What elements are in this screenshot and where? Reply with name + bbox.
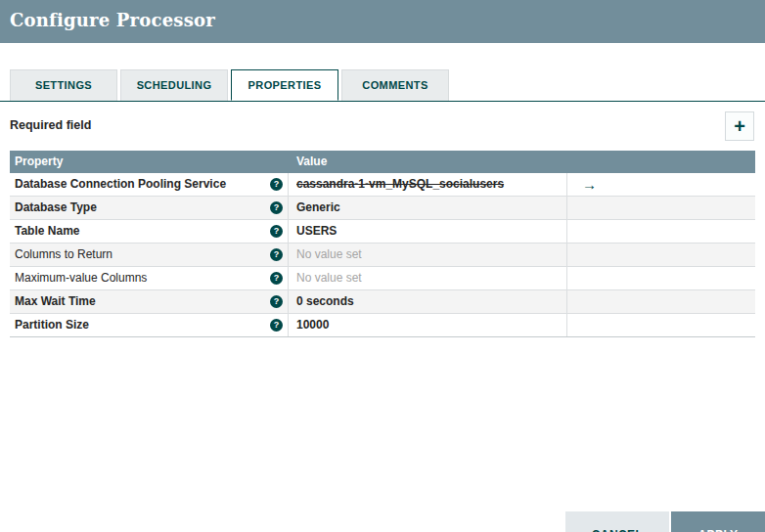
property-name: Database Connection Pooling Service [15,173,226,196]
column-header-property: Property [10,151,289,173]
add-property-button[interactable]: + [725,111,754,141]
plus-icon: + [726,113,753,140]
table-row: Maximum-value Columns?No value set [10,267,755,290]
property-name-cell: Database Connection Pooling Service? [10,173,289,196]
help-icon[interactable]: ? [270,201,283,214]
properties-table: Property Value Database Connection Pooli… [10,151,755,337]
help-icon[interactable]: ? [270,225,283,238]
table-row: Partition Size?10000 [10,314,755,337]
help-icon[interactable]: ? [270,178,283,191]
property-value[interactable]: cassandra-1-vm_MySQL_socialusers [289,173,567,196]
property-value[interactable]: Generic [289,197,567,219]
property-name: Max Wait Time [15,290,96,313]
column-header-value: Value [289,151,567,173]
property-name-cell: Max Wait Time? [10,290,289,313]
go-to-service-arrow-icon[interactable]: → [582,176,597,193]
help-icon[interactable]: ? [270,295,283,308]
apply-button[interactable]: APPLY [671,511,765,532]
property-value[interactable]: 0 seconds [289,290,567,313]
property-name-cell: Partition Size? [10,314,289,336]
property-name: Columns to Return [15,244,112,266]
row-action-cell [567,244,755,266]
table-header: Property Value [10,151,755,173]
tab-bar: SETTINGSSCHEDULINGPROPERTIESCOMMENTS [0,69,765,102]
row-action-cell [567,290,755,313]
help-icon[interactable]: ? [270,248,283,261]
table-row: Columns to Return?No value set [10,244,755,267]
help-icon[interactable]: ? [270,272,283,285]
property-name: Partition Size [15,314,89,336]
property-value[interactable]: USERS [289,220,567,243]
property-name-cell: Table Name? [10,220,289,243]
table-row: Database Type?Generic [10,197,755,220]
property-name-cell: Database Type? [10,197,289,219]
table-row: Max Wait Time?0 seconds [10,290,755,314]
row-action-cell [567,197,755,219]
dialog-title: Configure Processor [0,0,765,30]
row-action-cell [567,267,755,289]
property-value[interactable]: 10000 [289,314,567,336]
properties-table-body: Database Connection Pooling Service?cass… [10,173,755,337]
tab-comments[interactable]: COMMENTS [341,69,449,101]
property-name: Database Type [15,197,97,219]
row-action-cell [567,314,755,336]
property-name: Maximum-value Columns [15,267,147,289]
row-action-cell [567,220,755,243]
property-value[interactable]: No value set [289,244,567,266]
required-field-label: Required field [10,118,91,132]
table-row: Database Connection Pooling Service?cass… [10,173,755,197]
table-row: Table Name?USERS [10,220,755,244]
property-name-cell: Columns to Return? [10,244,289,266]
property-name-cell: Maximum-value Columns? [10,267,289,289]
tab-scheduling[interactable]: SCHEDULING [120,69,228,101]
cancel-button[interactable]: CANCEL [565,511,669,532]
tab-settings[interactable]: SETTINGS [10,69,117,101]
property-name: Table Name [15,220,79,243]
dialog-header: Configure Processor [0,0,765,43]
tab-properties[interactable]: PROPERTIES [231,69,338,101]
property-value[interactable]: No value set [289,267,567,289]
row-action-cell: → [567,173,755,196]
help-icon[interactable]: ? [270,319,283,332]
